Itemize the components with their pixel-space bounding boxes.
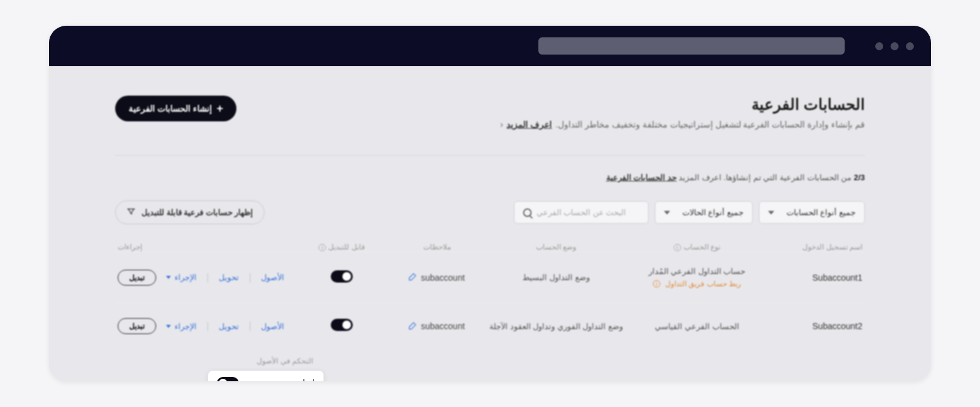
login-cell: Subaccount1: [771, 273, 862, 283]
switch-button[interactable]: تبديل: [118, 270, 156, 286]
col-switchable: قابل للتبديلi: [299, 243, 385, 251]
learn-more-link[interactable]: اعرف المزيد: [507, 120, 552, 129]
switchable-toggle[interactable]: [331, 319, 353, 331]
maximize-light[interactable]: [906, 42, 914, 50]
deposit-toggle[interactable]: [217, 377, 239, 381]
search-icon: [523, 208, 532, 217]
account-type-dropdown[interactable]: جميع أنواع الحسابات: [759, 201, 865, 224]
page-subtitle: قم بإنشاء وإدارة الحسابات الفرعية لتشغيل…: [500, 120, 865, 129]
mode-cell: وضع التداول الفوري وتداول العقود الآجلة: [489, 322, 624, 331]
switch-button[interactable]: تبديل: [118, 318, 156, 334]
toggle-cell: [299, 319, 385, 333]
type-cell: حساب التداول الفرعي المُدار ربط حساب فري…: [624, 267, 771, 288]
switchable-toggle[interactable]: [331, 270, 353, 283]
table-header: اسم تسجيل الدخول نوع الحسابi وضع الحساب …: [115, 243, 865, 251]
assets-link[interactable]: الأصول: [261, 273, 284, 282]
notes-cell: subaccount: [385, 272, 489, 283]
col-actions: إجراءات: [118, 243, 299, 251]
edit-icon[interactable]: [409, 272, 417, 283]
page-content: الحسابات الفرعية قم بإنشاء وإدارة الحساب…: [49, 66, 931, 349]
subaccount-limit-link[interactable]: حد الحسابات الفرعية: [606, 173, 677, 182]
counter-row: 2/3 من الحسابات الفرعية التي تم إنشاؤها.…: [115, 173, 865, 182]
table-row: Subaccount2 الحساب الفرعي القياسي وضع ال…: [115, 303, 865, 349]
action-dropdown-menu: التحكم في الأصول إيداع الإعدادات المتقدم…: [208, 354, 324, 381]
action-dropdown[interactable]: الإجراء: [166, 273, 197, 282]
col-mode: وضع الحساب: [489, 243, 624, 251]
popup-deposit-item[interactable]: إيداع: [208, 370, 324, 381]
col-type: نوع الحسابi: [624, 243, 771, 251]
search-input[interactable]: البحث عن الحساب الفرعي: [514, 201, 649, 224]
info-icon[interactable]: i: [318, 244, 326, 251]
url-bar[interactable]: [538, 37, 845, 55]
browser-title-bar: [49, 26, 931, 66]
filter-icon: [127, 207, 135, 218]
assets-link[interactable]: الأصول: [261, 322, 284, 331]
notes-cell: subaccount: [385, 321, 489, 332]
create-subaccount-button[interactable]: + إنشاء الحسابات الفرعية: [115, 96, 236, 121]
table-row: Subaccount1 حساب التداول الفرعي المُدار …: [115, 251, 865, 303]
transfer-link[interactable]: تحويل: [219, 322, 239, 331]
actions-cell: الأصول | تحويل | الإجراء تبديل: [118, 318, 299, 334]
info-icon: i: [653, 280, 660, 287]
page-title: الحسابات الفرعية: [500, 96, 865, 113]
action-dropdown[interactable]: الإجراء: [166, 322, 197, 331]
chevron-down-icon: [166, 276, 171, 279]
show-switchable-button[interactable]: إظهار حسابات فرعية قابلة للتبديل: [115, 200, 265, 224]
transfer-link[interactable]: تحويل: [219, 273, 239, 282]
type-cell: الحساب الفرعي القياسي: [624, 322, 771, 331]
chevron-down-icon: [166, 325, 171, 328]
window-controls: [875, 42, 914, 50]
actions-cell: الأصول | تحويل | الإجراء تبديل: [118, 270, 299, 286]
chevron-left-icon: ‹: [500, 120, 503, 129]
mode-cell: وضع التداول البسيط: [489, 273, 624, 282]
plus-icon: +: [217, 103, 224, 114]
chevron-down-icon: [664, 211, 670, 215]
minimize-light[interactable]: [891, 42, 899, 50]
link-trading-team[interactable]: ربط حساب فريق التداولi: [624, 280, 771, 288]
col-login: اسم تسجيل الدخول: [771, 243, 862, 251]
chevron-down-icon: [768, 211, 774, 215]
edit-icon[interactable]: [409, 321, 417, 332]
filters-row: جميع أنواع الحسابات جميع أنواع الحالات ا…: [115, 200, 865, 224]
col-notes: ملاحظات: [385, 243, 489, 251]
info-icon[interactable]: i: [674, 244, 681, 251]
toggle-cell: [299, 270, 385, 285]
status-dropdown[interactable]: جميع أنواع الحالات: [655, 201, 753, 224]
divider: [115, 155, 865, 156]
browser-window: الحسابات الفرعية قم بإنشاء وإدارة الحساب…: [49, 26, 931, 381]
login-cell: Subaccount2: [771, 321, 862, 331]
close-light[interactable]: [875, 42, 883, 50]
popup-section-assets: التحكم في الأصول: [208, 354, 324, 370]
